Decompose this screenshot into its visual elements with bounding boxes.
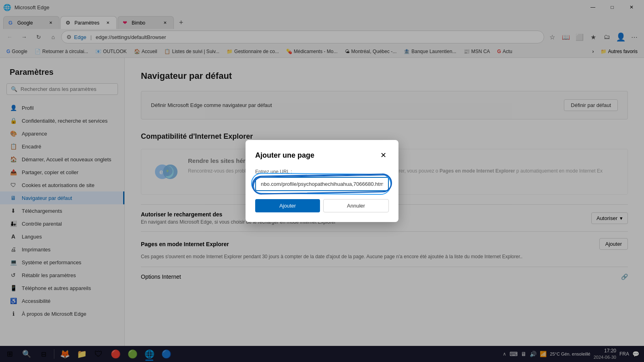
modal-url-label: Entrez une URL : (255, 169, 389, 175)
modal-cancel-button[interactable]: Annuler (323, 199, 389, 212)
modal-add-button[interactable]: Ajouter (255, 199, 320, 212)
modal-input-wrapper (255, 177, 389, 191)
modal-close-button[interactable]: ✕ (378, 150, 389, 161)
add-page-modal: Ajouter une page ✕ Entrez une URL : Ajou… (246, 140, 398, 222)
modal-url-input[interactable] (255, 177, 389, 191)
modal-header: Ajouter une page ✕ (255, 150, 389, 161)
modal-title: Ajouter une page (255, 151, 314, 160)
modal-buttons: Ajouter Annuler (255, 199, 389, 212)
modal-overlay: Ajouter une page ✕ Entrez une URL : Ajou… (0, 0, 644, 362)
